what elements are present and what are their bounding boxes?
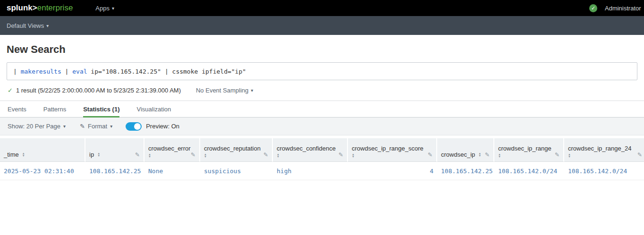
cell-time[interactable]: 2025-05-23 02:31:40 <box>0 162 85 180</box>
per-page-dropdown[interactable]: Show: 20 Per Page ▾ <box>8 123 66 130</box>
column-label: crowdsec_reputation <box>204 145 261 152</box>
statistics-table: _time▲▼ip▲▼✎crowdsec_error▲▼✎crowdsec_re… <box>0 138 644 180</box>
logo-gt: > <box>33 3 37 12</box>
tab-visualization[interactable]: Visualization <box>136 101 171 117</box>
sort-icon[interactable]: ▲▼ <box>352 153 355 158</box>
column-label: crowdsec_error <box>148 145 191 152</box>
column-label: crowdsec_confidence <box>277 145 336 152</box>
result-summary: ✓ 1 result (5/22/25 2:00:00.000 AM to 5/… <box>8 87 637 94</box>
app-bar: Default Views ▾ <box>0 16 644 35</box>
column-header-crowdsec-reputation[interactable]: crowdsec_reputation▲▼✎ <box>200 138 273 162</box>
tab-events[interactable]: Events <box>8 101 26 117</box>
caret-down-icon: ▾ <box>110 124 112 129</box>
cell-crowdsec-confidence[interactable]: high <box>273 162 348 180</box>
column-header-crowdsec-ip-range-24[interactable]: crowdsec_ip_range_24▲▼✎ <box>564 138 644 162</box>
column-header-crowdsec-confidence[interactable]: crowdsec_confidence▲▼✎ <box>273 138 348 162</box>
sort-icon[interactable]: ▲▼ <box>97 152 100 157</box>
search-query-text: | makeresults | eval ip="108.165.142.25"… <box>13 68 246 75</box>
query-segment: makeresults <box>21 68 61 75</box>
cell-crowdsec-ip-range-24[interactable]: 108.165.142.0/24 <box>564 162 644 180</box>
sort-icon[interactable]: ▲▼ <box>204 153 207 158</box>
apps-menu[interactable]: Apps ▾ <box>95 5 114 12</box>
toggle-knob <box>134 123 141 130</box>
format-button[interactable]: ✎ Format ▾ <box>80 123 112 130</box>
splunk-logo[interactable]: splunk>enterprise <box>7 3 73 13</box>
edit-column-icon[interactable]: ✎ <box>263 151 268 158</box>
results-toolbar: Show: 20 Per Page ▾ ✎ Format ▾ Preview: … <box>0 118 644 135</box>
table-body: 2025-05-23 02:31:40108.165.142.25Nonesus… <box>0 162 644 180</box>
topbar-right: ✓ Administrator <box>589 0 641 16</box>
tab-patterns[interactable]: Patterns <box>43 101 66 117</box>
caret-down-icon: ▾ <box>112 6 114 11</box>
column-label: _time <box>4 151 19 158</box>
tab-statistics-1[interactable]: Statistics (1) <box>83 101 119 117</box>
event-sampling-label: No Event Sampling <box>196 87 248 94</box>
cell-crowdsec-error[interactable]: None <box>144 162 200 180</box>
cell-crowdsec-ip-range-score[interactable]: 4 <box>348 162 437 180</box>
cell-ip[interactable]: 108.165.142.25 <box>85 162 144 180</box>
caret-down-icon: ▾ <box>63 124 66 129</box>
sort-icon[interactable]: ▲▼ <box>478 152 481 157</box>
edit-column-icon[interactable]: ✎ <box>555 151 559 158</box>
format-label: Format <box>88 123 107 130</box>
sort-icon[interactable]: ▲▼ <box>568 153 571 158</box>
edit-column-icon[interactable]: ✎ <box>485 151 490 158</box>
cell-crowdsec-ip[interactable]: 108.165.142.25 <box>437 162 494 180</box>
sort-icon[interactable]: ▲▼ <box>148 153 151 158</box>
topbar: splunk>enterprise Apps ▾ ✓ Administrator <box>0 0 644 16</box>
result-count-text: 1 result (5/22/25 2:00:00.000 AM to 5/23… <box>16 87 181 94</box>
column-header-time[interactable]: _time▲▼ <box>0 138 85 162</box>
preview-label: Preview: On <box>146 123 179 130</box>
default-views-menu[interactable]: Default Views ▾ <box>7 22 49 29</box>
column-label: crowdsec_ip_range_score <box>352 145 424 152</box>
column-label: crowdsec_ip_range <box>498 145 551 152</box>
tabs: EventsPatternsStatistics (1)Visualizatio… <box>0 101 644 118</box>
column-label: crowdsec_ip_range_24 <box>568 145 631 152</box>
table-row: 2025-05-23 02:31:40108.165.142.25Nonesus… <box>0 162 644 180</box>
messages-check-icon[interactable]: ✓ <box>589 4 597 12</box>
edit-column-icon[interactable]: ✎ <box>339 151 343 158</box>
sort-icon[interactable]: ▲▼ <box>498 153 501 158</box>
query-segment: | <box>13 68 21 75</box>
default-views-label: Default Views <box>7 22 44 29</box>
column-label: crowdsec_ip <box>441 151 475 158</box>
page-title: New Search <box>7 43 637 56</box>
sort-icon[interactable]: ▲▼ <box>22 152 25 157</box>
query-segment: eval <box>72 68 87 75</box>
table-header-row: _time▲▼ip▲▼✎crowdsec_error▲▼✎crowdsec_re… <box>0 138 644 162</box>
cell-crowdsec-ip-range[interactable]: 108.165.142.0/24 <box>494 162 564 180</box>
logo-enterprise: enterprise <box>37 3 73 12</box>
edit-column-icon[interactable]: ✎ <box>637 151 642 158</box>
query-segment: ip="108.165.142.25" | cssmoke ipfield="i… <box>87 68 246 75</box>
column-header-crowdsec-error[interactable]: crowdsec_error▲▼✎ <box>144 138 200 162</box>
search-input[interactable]: | makeresults | eval ip="108.165.142.25"… <box>7 62 637 80</box>
per-page-label: Show: 20 Per Page <box>8 123 60 130</box>
column-header-crowdsec-ip-range[interactable]: crowdsec_ip_range▲▼✎ <box>494 138 564 162</box>
apps-label: Apps <box>95 5 110 12</box>
column-header-crowdsec-ip[interactable]: crowdsec_ip▲▼✎ <box>437 138 494 162</box>
sort-icon[interactable]: ▲▼ <box>277 153 280 158</box>
edit-column-icon[interactable]: ✎ <box>135 151 140 158</box>
user-menu[interactable]: Administrator <box>605 5 641 12</box>
caret-down-icon: ▾ <box>251 88 253 93</box>
cell-crowdsec-reputation[interactable]: suspicious <box>200 162 273 180</box>
success-check-icon: ✓ <box>8 87 13 94</box>
edit-column-icon[interactable]: ✎ <box>191 151 195 158</box>
query-segment: | <box>61 68 72 75</box>
column-header-crowdsec-ip-range-score[interactable]: crowdsec_ip_range_score▲▼✎ <box>348 138 437 162</box>
preview-toggle[interactable] <box>126 122 142 131</box>
logo-splunk: splunk <box>7 3 33 12</box>
column-header-ip[interactable]: ip▲▼✎ <box>85 138 144 162</box>
event-sampling-menu[interactable]: No Event Sampling ▾ <box>196 87 253 94</box>
edit-column-icon[interactable]: ✎ <box>428 151 432 158</box>
pencil-icon: ✎ <box>80 123 85 130</box>
caret-down-icon: ▾ <box>46 23 49 28</box>
column-label: ip <box>89 151 94 158</box>
